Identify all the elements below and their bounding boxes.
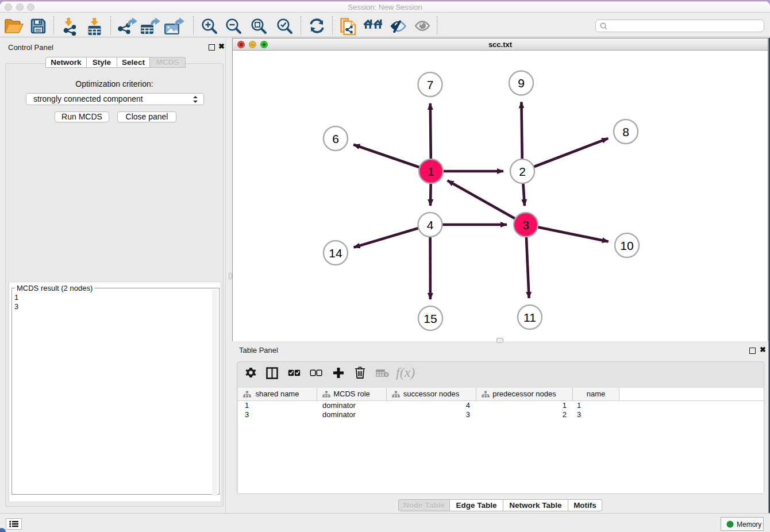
svg-text:3: 3 [522, 218, 529, 231]
svg-text:15: 15 [424, 311, 437, 325]
svg-text:7: 7 [427, 78, 434, 91]
svg-text:4: 4 [427, 218, 434, 231]
svg-text:10: 10 [620, 238, 633, 252]
svg-text:9: 9 [518, 76, 525, 90]
svg-text:1: 1 [428, 164, 434, 178]
svg-text:6: 6 [332, 132, 339, 145]
svg-text:8: 8 [622, 125, 629, 138]
svg-text:11: 11 [523, 310, 536, 323]
svg-text:2: 2 [519, 164, 526, 178]
svg-text:14: 14 [329, 246, 342, 259]
